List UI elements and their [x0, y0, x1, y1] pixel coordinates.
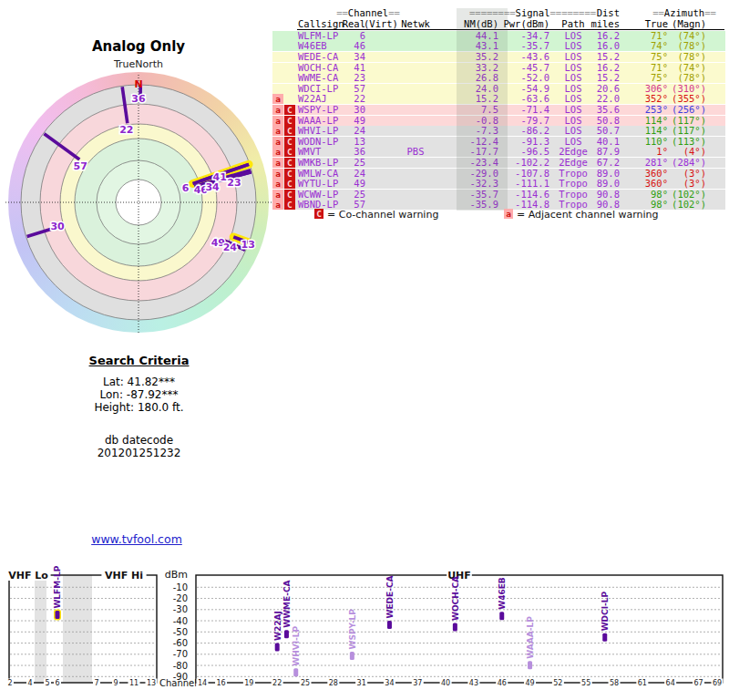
cell-pwr: -71.4: [502, 105, 549, 115]
svg-text:WEDE-CA: WEDE-CA: [385, 575, 395, 618]
cell-azimuth-magn: (256°): [662, 105, 706, 115]
cell-pwr: -43.6: [502, 52, 549, 62]
adjacent-warning-badge: [272, 52, 283, 62]
svg-text:16: 16: [216, 679, 225, 687]
svg-text:49: 49: [525, 679, 534, 687]
cell-miles: 89.0: [578, 169, 620, 179]
tvfool-link[interactable]: www.tvfool.com: [0, 532, 273, 546]
adjacent-warning-badge: a: [272, 200, 283, 210]
cell-network: PBS: [397, 147, 434, 157]
signal-group-header: ========Signal========: [469, 8, 588, 18]
adjacent-warning-badge: a: [272, 158, 283, 168]
cell-network: [397, 169, 434, 179]
cell-azimuth-magn: (284°): [662, 158, 706, 168]
cell-virt-channel: [364, 147, 395, 157]
svg-text:dBm: dBm: [165, 569, 188, 581]
cell-miles: 20.6: [578, 84, 620, 94]
svg-text:14: 14: [198, 679, 207, 687]
cochannel-warning-badge: C: [284, 200, 296, 210]
svg-text:24: 24: [223, 242, 238, 253]
longitude-value: Lon: -87.92***: [50, 388, 228, 401]
signal-chart-svg: VHF LoVHF HiUHFdBm-10-20-30-40-50-60-70-…: [0, 559, 729, 700]
adjacent-warning-badge: a: [272, 94, 283, 104]
cell-nm: 26.8: [453, 73, 498, 83]
cochannel-warning-badge: C: [284, 158, 296, 168]
cell-pwr: -114.6: [502, 190, 549, 200]
cell-azimuth-magn: (78°): [662, 41, 706, 51]
cell-network: [397, 73, 434, 83]
cell-real-channel: 36: [338, 147, 365, 157]
cell-nm: -7.3: [453, 126, 498, 136]
cell-virt-channel: [364, 31, 395, 41]
cell-nm: -35.9: [453, 200, 498, 210]
cell-network: [397, 52, 434, 62]
cell-virt-channel: [364, 63, 395, 73]
cell-real-channel: 34: [338, 52, 365, 62]
cell-azimuth-magn: (117°): [662, 126, 706, 136]
cochannel-warning-badge: [284, 63, 296, 73]
cochannel-warning-badge: C: [284, 116, 296, 126]
station-table: ==Channel== ========Signal======== Dist …: [272, 8, 725, 211]
adjacent-legend: a= Adjacent channel warning: [504, 209, 659, 220]
adjacent-warning-badge: [272, 84, 283, 94]
search-criteria: Search Criteria Lat: 41.82*** Lon: -87.9…: [50, 354, 228, 459]
cell-nm: -0.8: [453, 116, 498, 126]
cochannel-warning-badge: [284, 52, 296, 62]
cell-virt-channel: [364, 73, 395, 83]
adjacent-warning-badge: a: [272, 116, 283, 126]
svg-text:4: 4: [27, 679, 32, 687]
cell-nm: -29.0: [453, 169, 498, 179]
cell-network: [397, 31, 434, 41]
table-row: WEDE-CA 34 35.2 -43.6 LOS 15.2 75° (78°): [272, 52, 725, 62]
north-marker: N: [128, 78, 149, 90]
adjacent-warning-badge: a: [272, 169, 283, 179]
adjacent-warning-badge: [272, 31, 283, 41]
cell-pwr: -63.6: [502, 94, 549, 104]
datecode-value: 201201251232: [50, 447, 228, 459]
cell-virt-channel: [364, 126, 395, 136]
cell-azimuth-magn: (4°): [662, 147, 706, 157]
table-row: a C WAAA-LP 49 -0.8 -79.7 LOS 50.8 114° …: [272, 116, 725, 126]
cell-pwr: -86.2: [502, 126, 549, 136]
cell-miles: 16.2: [578, 63, 620, 73]
table-row: a C WHVI-LP 24 -7.3 -86.2 LOS 50.7 114° …: [272, 126, 725, 136]
cell-real-channel: 25: [338, 190, 365, 200]
cell-real-channel: 30: [338, 105, 365, 115]
table-row: WDCI-LP 57 24.0 -54.9 LOS 20.6 306° (310…: [272, 84, 725, 94]
table-row: a C WSPY-LP 30 7.5 -71.4 LOS 35.6 253° (…: [272, 105, 725, 115]
svg-text:25: 25: [301, 679, 310, 687]
svg-text:64: 64: [666, 679, 675, 687]
cell-miles: 50.8: [578, 116, 620, 126]
cell-pwr: -96.5: [502, 147, 549, 157]
svg-text:22: 22: [272, 679, 282, 687]
svg-text:69: 69: [713, 679, 722, 687]
azimuth-group-header: ==Azimuth==: [651, 8, 718, 18]
svg-text:-10: -10: [173, 582, 188, 592]
svg-text:40: 40: [441, 679, 450, 687]
svg-text:WOCH-CA: WOCH-CA: [451, 576, 460, 621]
cell-pwr: -34.7: [502, 31, 549, 41]
svg-text:-50: -50: [173, 627, 188, 637]
cell-pwr: -79.7: [502, 116, 549, 126]
svg-text:WDCI-LP: WDCI-LP: [601, 591, 610, 631]
cell-azimuth-magn: (355°): [662, 94, 706, 104]
cochannel-warning-badge: C: [284, 147, 296, 157]
cell-real-channel: 24: [338, 169, 365, 179]
svg-text:VHF Hi: VHF Hi: [105, 570, 143, 582]
table-row: WLFM-LP 6 44.1 -34.7 LOS 16.2 71° (74°): [272, 31, 725, 41]
cell-miles: 50.7: [578, 126, 620, 136]
cell-miles: 16.2: [578, 31, 620, 41]
cell-real-channel: 41: [338, 63, 365, 73]
svg-text:5: 5: [45, 679, 49, 687]
cell-azimuth-magn: (310°): [662, 84, 706, 94]
table-row: a C WMKB-LP 25 -23.4 -102.2 2Edge 67.2 2…: [272, 158, 725, 168]
cochannel-warning-badge: C: [284, 126, 296, 136]
svg-text:W46EB: W46EB: [498, 577, 507, 610]
svg-text:36: 36: [131, 93, 146, 105]
cell-virt-channel: [364, 41, 395, 51]
cell-nm: -12.4: [453, 137, 498, 147]
cell-real-channel: 57: [338, 84, 365, 94]
svg-text:55: 55: [581, 679, 590, 687]
cell-real-channel: 46: [338, 41, 365, 51]
adjacent-warning-badge: a: [272, 147, 283, 157]
